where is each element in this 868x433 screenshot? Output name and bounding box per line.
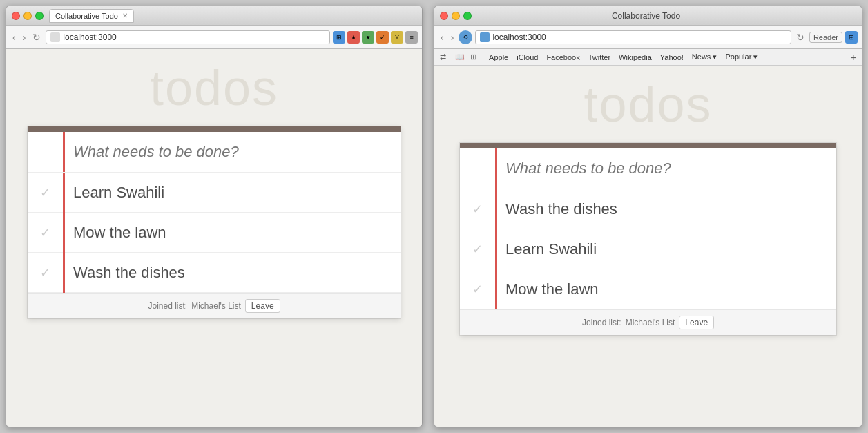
left-ext-icon-1[interactable]: ⊞ — [333, 31, 345, 44]
right-todo-check-2[interactable]: ✓ — [460, 229, 497, 269]
right-todo-item-2: ✓ Learn Swahili — [460, 229, 836, 269]
right-close-btn[interactable] — [440, 12, 448, 20]
right-todo-app: ✓ Wash the dishes ✓ Learn Swahili ✓ Mow … — [460, 143, 836, 335]
left-todo-app: ✓ Learn Swahili ✓ Mow the lawn ✓ Wash th… — [28, 126, 401, 318]
left-tab-title: Collaborative Todo — [55, 12, 118, 20]
right-bm-yahoo[interactable]: Yahoo! — [657, 52, 687, 62]
left-todo-text-3: Wash the dishes — [65, 264, 401, 282]
left-window-buttons — [12, 12, 44, 20]
left-tab-close-icon[interactable]: ✕ — [122, 12, 128, 19]
right-bm-icloud[interactable]: iCloud — [513, 52, 541, 62]
left-url-text: localhost:3000 — [63, 32, 116, 42]
left-todo-item-3: ✓ Wash the dishes — [28, 253, 401, 293]
left-close-btn[interactable] — [12, 12, 20, 20]
left-url-bar[interactable]: localhost:3000 — [46, 30, 330, 44]
left-ext-icon-3[interactable]: ♥ — [362, 31, 374, 44]
right-todo-text-1: Wash the dishes — [497, 200, 836, 218]
left-ext-icon-4[interactable]: ✓ — [376, 31, 389, 44]
right-footer-list-name: Michael's List — [626, 318, 675, 327]
left-minimize-btn[interactable] — [23, 12, 32, 20]
right-bm-facebook[interactable]: Facebook — [543, 52, 583, 62]
left-ext-icon-5[interactable]: Y — [391, 31, 403, 44]
right-bookmarks-bar: ⇄ 📖 ⊞ Apple iCloud Facebook Twitter Wiki… — [434, 49, 862, 66]
right-todo-check-area — [460, 148, 497, 189]
left-todo-input[interactable] — [65, 132, 401, 172]
right-reader-btn[interactable]: Reader — [809, 32, 842, 43]
left-leave-button[interactable]: Leave — [245, 299, 280, 313]
right-url-bar[interactable]: localhost:3000 — [475, 30, 791, 44]
left-page-title: todos — [150, 63, 278, 113]
right-ext-icon[interactable]: ⊞ — [845, 31, 858, 44]
right-todo-input-row — [460, 148, 836, 189]
right-leave-button[interactable]: Leave — [679, 316, 714, 329]
right-todo-check-1[interactable]: ✓ — [460, 189, 497, 229]
right-reader-icon[interactable]: ⟲ — [459, 30, 472, 44]
left-todo-header — [28, 126, 401, 132]
right-bm-add-icon[interactable]: + — [851, 52, 856, 63]
right-todo-header — [460, 143, 836, 148]
right-bm-grid-icon[interactable]: ⊞ — [470, 52, 480, 62]
right-todo-check-3[interactable]: ✓ — [460, 269, 497, 309]
right-page-title: todos — [584, 79, 712, 129]
right-bm-share-icon[interactable]: ⇄ — [440, 52, 450, 62]
right-url-text: localhost:3000 — [492, 32, 546, 42]
left-todo-item-2: ✓ Mow the lawn — [28, 213, 401, 253]
left-browser-window: Collaborative Todo ✕ ‹ › ↻ localhost:300… — [6, 6, 423, 427]
right-forward-btn[interactable]: › — [449, 31, 456, 44]
right-bm-wikipedia[interactable]: Wikipedia — [615, 52, 655, 62]
right-footer-joined-label: Joined list: — [582, 318, 621, 327]
right-window-title: Collaborative Todo — [477, 11, 815, 21]
right-title-bar: Collaborative Todo — [434, 6, 862, 26]
left-url-icon — [50, 32, 60, 42]
right-address-bar: ‹ › ⟲ localhost:3000 ↻ Reader ⊞ — [434, 26, 862, 49]
left-todo-text-1: Learn Swahili — [65, 184, 401, 202]
right-page-content: todos ✓ Wash the dishes ✓ Learn Swahili … — [434, 66, 862, 427]
right-window-buttons — [440, 12, 472, 20]
right-bm-apple[interactable]: Apple — [485, 52, 512, 62]
left-maximize-btn[interactable] — [35, 12, 44, 20]
browser-separator — [423, 0, 428, 433]
right-bm-news[interactable]: News ▾ — [688, 52, 721, 62]
right-url-icon — [480, 32, 490, 42]
right-back-btn[interactable]: ‹ — [438, 31, 446, 44]
left-todo-text-2: Mow the lawn — [65, 224, 401, 242]
left-todo-footer: Joined list: Michael's List Leave — [28, 293, 401, 318]
left-title-bar: Collaborative Todo ✕ — [6, 6, 422, 26]
right-maximize-btn[interactable] — [463, 12, 472, 20]
left-todo-check-1[interactable]: ✓ — [28, 173, 65, 213]
right-minimize-btn[interactable] — [452, 12, 460, 20]
right-browser-window: Collaborative Todo ‹ › ⟲ localhost:3000 … — [434, 6, 862, 427]
left-reload-btn[interactable]: ↻ — [30, 31, 43, 44]
left-address-bar: ‹ › ↻ localhost:3000 ⊞ ★ ♥ ✓ Y ≡ — [6, 26, 422, 49]
left-todo-item-1: ✓ Learn Swahili — [28, 173, 401, 213]
right-bm-twitter[interactable]: Twitter — [585, 52, 614, 62]
left-todo-check-3[interactable]: ✓ — [28, 253, 65, 293]
right-reload-btn[interactable]: ↻ — [794, 31, 807, 44]
right-todo-text-2: Learn Swahili — [497, 240, 836, 258]
right-todo-text-3: Mow the lawn — [497, 280, 836, 298]
right-bm-popular[interactable]: Popular ▾ — [722, 52, 761, 62]
left-page-content: todos ✓ Learn Swahili ✓ Mow the lawn ✓ W… — [6, 49, 422, 427]
left-menu-icon[interactable]: ≡ — [405, 31, 418, 44]
left-forward-btn[interactable]: › — [21, 31, 28, 44]
left-tab[interactable]: Collaborative Todo ✕ — [49, 9, 134, 23]
right-bm-book-icon[interactable]: 📖 — [455, 52, 465, 62]
right-todo-footer: Joined list: Michael's List Leave — [460, 309, 836, 335]
right-todo-item-1: ✓ Wash the dishes — [460, 189, 836, 229]
left-todo-check-area — [28, 132, 65, 172]
left-footer-joined-label: Joined list: — [148, 301, 188, 311]
left-todo-check-2[interactable]: ✓ — [28, 213, 65, 253]
left-ext-icon-2[interactable]: ★ — [347, 31, 360, 44]
left-toolbar-icons: ⊞ ★ ♥ ✓ Y ≡ — [333, 31, 418, 44]
right-todo-item-3: ✓ Mow the lawn — [460, 269, 836, 309]
right-todo-input[interactable] — [497, 148, 836, 189]
left-back-btn[interactable]: ‹ — [10, 31, 18, 44]
left-tab-bar: Collaborative Todo ✕ — [49, 9, 416, 23]
left-footer-list-name: Michael's List — [191, 301, 241, 311]
left-todo-input-row — [28, 132, 401, 173]
